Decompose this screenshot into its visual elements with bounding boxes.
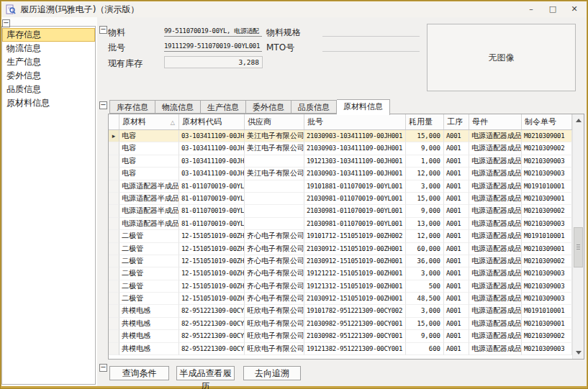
table-row[interactable]: 二极管12-151051019-00ZH齐心电子有限公司19121212-151… bbox=[109, 267, 572, 280]
table-row[interactable]: 电源适配器半成品81-011070019-00YL21030981-011070… bbox=[109, 193, 572, 205]
table-row[interactable]: 电容03-103411109-00JH美江电子有限公司21030903-1034… bbox=[109, 142, 572, 155]
table-row[interactable]: ▸电容03-103411109-00JH美江电子有限公司21030903-103… bbox=[109, 130, 572, 142]
table-row[interactable]: 二极管12-151051019-00ZH齐心电子有限公司19101712-151… bbox=[109, 230, 572, 242]
tab-6[interactable]: 原材料信息 bbox=[337, 99, 390, 115]
cell: 03-103411109-00JH bbox=[179, 130, 245, 142]
close-button[interactable]: ✕ bbox=[569, 3, 579, 16]
tab-5[interactable]: 品质信息 bbox=[291, 100, 337, 114]
cell: 电源适配器成品 bbox=[469, 330, 522, 342]
cell: M0210309003 bbox=[522, 293, 572, 305]
sort-ascending-icon: △ bbox=[171, 115, 175, 129]
query-conditions-button[interactable]: 查询条件 bbox=[109, 366, 169, 380]
row-indicator bbox=[109, 142, 119, 155]
cell: 82-951221309-00CY bbox=[179, 305, 245, 317]
vertical-scrollbar[interactable] bbox=[572, 114, 584, 359]
sidebar-item-6[interactable]: 原材料信息 bbox=[2, 96, 95, 110]
table-row[interactable]: 共模电感82-951221309-00CY旺欣电子有限公司21030982-95… bbox=[109, 330, 572, 342]
row-indicator bbox=[109, 218, 119, 230]
table-row[interactable]: 电源适配器半成品81-011070019-00YL21030981-011070… bbox=[109, 205, 572, 217]
cell: 旺欣电子有限公司 bbox=[245, 318, 304, 330]
mto-field[interactable] bbox=[322, 41, 420, 52]
table-row[interactable]: 二极管12-151051019-00ZH齐心电子有限公司19121312-151… bbox=[109, 280, 572, 293]
cell: 电源适配器成品 bbox=[469, 193, 522, 205]
forward-trace-button[interactable]: 去向追溯 bbox=[243, 366, 301, 380]
cell: A001 bbox=[444, 255, 469, 267]
tab-1[interactable]: 库存信息 bbox=[109, 100, 155, 114]
column-header-8[interactable]: 制令单号 bbox=[522, 114, 572, 129]
cell: 19101712-151051019-00ZH002 bbox=[304, 230, 406, 242]
cell: A001 bbox=[444, 142, 469, 155]
table-row[interactable]: 电容03-103411109-00JH19121303-103411109-00… bbox=[109, 155, 572, 168]
column-header-6[interactable]: 工序 bbox=[444, 114, 469, 129]
column-header-7[interactable]: 母件 bbox=[469, 114, 522, 129]
cell: 电源适配器成品 bbox=[469, 243, 522, 255]
row-indicator bbox=[109, 230, 119, 242]
footer-collapse-icon[interactable]: − bbox=[99, 364, 107, 372]
column-header-2[interactable]: 原材料代码 bbox=[179, 114, 245, 129]
cell: M0210309003 bbox=[522, 155, 572, 168]
table-row[interactable]: 二极管12-151051019-00ZH齐心电子有限公司21030912-151… bbox=[109, 293, 572, 305]
table-row[interactable]: 电容03-103411109-00JH美江电子有限公司21030903-1034… bbox=[109, 168, 572, 180]
cell: 电源适配器成品 bbox=[469, 205, 522, 217]
column-header-5[interactable]: 耗用量 bbox=[406, 114, 444, 129]
cell: 齐心电子有限公司 bbox=[245, 293, 304, 305]
table-row[interactable]: 共模电感82-951221309-00CY旺欣电子有限公司19101782-95… bbox=[109, 305, 572, 317]
mto-label: MTO号 bbox=[266, 42, 294, 54]
sidebar-item-3[interactable]: 生产信息 bbox=[2, 55, 95, 69]
material-field[interactable]: 99-511070019-00YL, 电源适配 bbox=[164, 26, 262, 37]
row-indicator bbox=[109, 305, 119, 317]
cell: 82-951221309-00CY bbox=[179, 330, 245, 342]
table-row[interactable]: 二极管12-151051019-00ZH齐心电子有限公司21030912-151… bbox=[109, 243, 572, 255]
table-row[interactable]: 电源适配器半成品81-011070019-00YL19101881-011070… bbox=[109, 180, 572, 193]
batch-field[interactable]: 19111299-511070019-00YL001 bbox=[164, 41, 262, 52]
sidebar-item-2[interactable]: 物流信息 bbox=[2, 42, 95, 55]
maximize-button[interactable]: □ bbox=[548, 3, 558, 16]
sidebar-collapse-icon[interactable]: − bbox=[2, 19, 10, 27]
sidebar-item-5[interactable]: 品质信息 bbox=[2, 83, 95, 96]
scrollbar-thumb[interactable] bbox=[574, 227, 583, 267]
cell: 电源适配器半成品 bbox=[119, 205, 179, 217]
column-header-4[interactable]: 批号 bbox=[304, 114, 406, 129]
form-collapse-icon[interactable]: − bbox=[99, 26, 107, 34]
cell: A001 bbox=[444, 180, 469, 193]
batch-label: 批号 bbox=[108, 42, 125, 54]
minimize-button[interactable]: – bbox=[526, 3, 536, 16]
cell: 21030982-951221309-00CY001 bbox=[304, 330, 406, 342]
table-row[interactable]: 二极管12-151051019-00ZH齐心电子有限公司21030912-151… bbox=[109, 255, 572, 267]
row-indicator bbox=[109, 343, 119, 355]
tab-2[interactable]: 物流信息 bbox=[155, 100, 201, 114]
title-bar[interactable]: 履历追溯(玛雅电子)（演示版） – □ ✕ bbox=[1, 1, 587, 17]
table-row[interactable]: 共模电感82-951221309-00CY旺欣电子有限公司21030982-95… bbox=[109, 318, 572, 330]
cell: 二极管 bbox=[119, 267, 179, 280]
scroll-up-icon[interactable] bbox=[573, 114, 584, 126]
tab-4[interactable]: 委外信息 bbox=[246, 100, 291, 114]
cell: 电源适配器成品 bbox=[469, 168, 522, 180]
column-header-3[interactable]: 供应商 bbox=[245, 114, 304, 129]
stock-field[interactable]: 3,288 bbox=[164, 56, 263, 68]
scroll-down-icon[interactable] bbox=[573, 347, 584, 359]
cell: M0191010001 bbox=[522, 305, 572, 317]
spec-field[interactable] bbox=[322, 26, 420, 37]
cell: 电容 bbox=[119, 142, 179, 155]
tabs-collapse-icon[interactable]: − bbox=[99, 101, 107, 109]
cell: 81-011070019-00YL bbox=[179, 180, 245, 193]
sidebar-item-1[interactable]: 库存信息 bbox=[2, 28, 95, 42]
cell: 二极管 bbox=[119, 243, 179, 255]
semi-finished-history-button[interactable]: 半成品查看履历 bbox=[176, 366, 235, 380]
cell: 电源适配器成品 bbox=[469, 267, 522, 280]
materials-grid: 原材料△原材料代码供应商批号耗用量工序母件制令单号 ▸电容03-10341110… bbox=[108, 114, 584, 360]
grid-body: ▸电容03-103411109-00JH美江电子有限公司21030903-103… bbox=[109, 130, 572, 355]
table-row[interactable]: 共模电感82-951221309-00CY旺欣电子有限公司19121382-95… bbox=[109, 343, 572, 355]
cell: 美江电子有限公司 bbox=[245, 168, 304, 180]
cell: 12-151051019-00ZH bbox=[179, 267, 245, 280]
column-header-1[interactable]: 原材料△ bbox=[119, 114, 179, 129]
row-indicator bbox=[109, 180, 119, 193]
cell: M0210309002 bbox=[522, 205, 572, 217]
tab-3[interactable]: 生产信息 bbox=[201, 100, 246, 114]
cell: 12,000 bbox=[406, 168, 444, 180]
cell: M0191010001 bbox=[522, 230, 572, 242]
table-row[interactable]: 电源适配器半成品81-011070019-00YL21030981-011070… bbox=[109, 218, 572, 230]
sidebar-item-4[interactable]: 委外信息 bbox=[2, 69, 95, 83]
cell: M0210309001 bbox=[522, 193, 572, 205]
cell: 二极管 bbox=[119, 255, 179, 267]
